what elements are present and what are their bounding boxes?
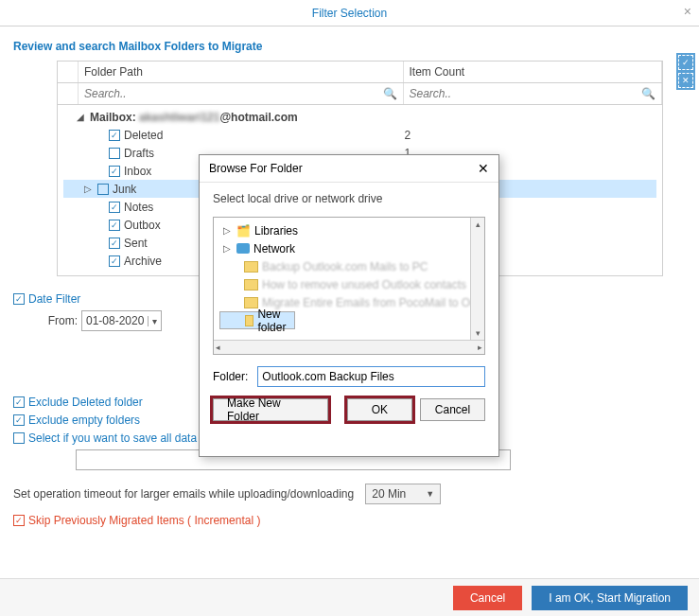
folder-browser-tree: ▷ 🗂️ Libraries ▷ Network Backup Outlook.… bbox=[213, 217, 485, 355]
col-header-count[interactable]: Item Count bbox=[404, 62, 663, 82]
horizontal-scrollbar[interactable]: ◂▸ bbox=[214, 340, 484, 354]
mailbox-label-prefix: Mailbox: bbox=[90, 111, 139, 124]
vertical-scrollbar[interactable]: ▴▾ bbox=[470, 218, 484, 340]
folder-icon bbox=[244, 279, 258, 290]
folder-label: Inbox bbox=[124, 165, 151, 178]
save-all-label: Select if you want to save all data i bbox=[28, 431, 202, 445]
tree-label: Backup Outlook.com Mails to PC bbox=[262, 260, 428, 273]
tree-label: Libraries bbox=[254, 224, 298, 238]
folder-name-input[interactable] bbox=[257, 366, 485, 387]
skip-prev-checkbox[interactable]: ✓ bbox=[13, 515, 25, 526]
mailbox-account-suffix: @hotmail.com bbox=[219, 111, 297, 124]
mailbox-account-blur: akashtiwari121 bbox=[139, 111, 219, 124]
make-new-folder-button[interactable]: Make New Folder bbox=[213, 398, 328, 421]
search-item-count[interactable] bbox=[404, 83, 637, 104]
folder-checkbox[interactable]: ✓ bbox=[109, 202, 120, 213]
folder-checkbox[interactable]: ✓ bbox=[97, 184, 109, 195]
folder-field-label: Folder: bbox=[213, 370, 248, 383]
folder-label: Archive bbox=[124, 255, 162, 268]
folder-label: Sent bbox=[124, 237, 148, 250]
expand-collapse-icon[interactable]: ▷ bbox=[84, 184, 94, 194]
tree-item-folder[interactable]: How to remove unused Outlook contacts bbox=[219, 275, 479, 293]
tree-label: Migrate Entire Emails from PocoMail to O… bbox=[262, 296, 477, 309]
date-from-input[interactable]: 01-08-2020 ▾ bbox=[81, 310, 162, 331]
chevron-down-icon: ▼ bbox=[426, 489, 434, 499]
col-header-path[interactable]: Folder Path bbox=[79, 62, 404, 82]
page-heading: Review and search Mailbox Folders to Mig… bbox=[13, 40, 686, 53]
tree-item-folder[interactable]: New folder bbox=[219, 311, 295, 329]
folder-icon bbox=[245, 315, 253, 326]
date-from-value: 01-08-2020 bbox=[86, 314, 144, 327]
exclude-empty-checkbox[interactable]: ✓ bbox=[13, 414, 25, 426]
folder-label: Junk bbox=[113, 183, 136, 196]
skip-prev-label: Skip Previously Migrated Items ( Increme… bbox=[28, 514, 260, 527]
cancel-button[interactable]: Cancel bbox=[453, 586, 522, 610]
timeout-select[interactable]: 20 Min ▼ bbox=[365, 484, 441, 504]
tree-label: How to remove unused Outlook contacts bbox=[262, 278, 466, 291]
folder-row[interactable]: ✓Deleted 2 bbox=[63, 126, 656, 144]
folder-label: Notes bbox=[124, 201, 153, 214]
start-migration-button[interactable]: I am OK, Start Migration bbox=[532, 586, 688, 610]
window-title: Filter Selection bbox=[312, 7, 387, 20]
search-icon[interactable]: 🔍 bbox=[636, 87, 661, 100]
expand-icon[interactable]: ▷ bbox=[223, 243, 233, 254]
folder-icon bbox=[244, 261, 258, 273]
network-icon bbox=[236, 243, 250, 254]
tree-item-folder[interactable]: Backup Outlook.com Mails to PC bbox=[219, 257, 479, 275]
footer-bar: Cancel I am OK, Start Migration bbox=[0, 578, 699, 616]
libraries-icon: 🗂️ bbox=[236, 224, 251, 238]
folder-label: Outbox bbox=[124, 219, 161, 232]
timeout-value: 20 Min bbox=[372, 487, 406, 501]
cancel-button[interactable]: Cancel bbox=[420, 398, 485, 421]
date-filter-label: Date Filter bbox=[28, 292, 80, 306]
from-label: From: bbox=[47, 314, 78, 327]
search-folder-path[interactable] bbox=[79, 83, 377, 104]
folder-checkbox[interactable]: ✓ bbox=[109, 220, 120, 231]
folder-checkbox[interactable]: ✓ bbox=[109, 238, 120, 249]
select-all-buttons: ✓ ✕ bbox=[676, 53, 695, 90]
expand-collapse-icon[interactable]: ◢ bbox=[77, 112, 86, 122]
folder-count: 2 bbox=[405, 129, 657, 142]
ok-button[interactable]: OK bbox=[347, 398, 412, 421]
close-icon[interactable]: × bbox=[684, 4, 691, 19]
folder-label: Deleted bbox=[124, 129, 163, 142]
dialog-title: Browse For Folder bbox=[209, 162, 303, 175]
tree-label: Network bbox=[253, 242, 295, 255]
folder-checkbox[interactable]: ✓ bbox=[109, 148, 120, 159]
timeout-label: Set operation timeout for larger emails … bbox=[13, 487, 354, 501]
select-all-icon[interactable]: ✓ bbox=[678, 55, 693, 70]
calendar-dropdown-icon[interactable]: ▾ bbox=[148, 316, 157, 326]
expand-icon[interactable]: ▷ bbox=[223, 225, 233, 236]
deselect-all-icon[interactable]: ✕ bbox=[678, 73, 693, 88]
dialog-close-icon[interactable]: ✕ bbox=[478, 161, 489, 176]
exclude-deleted-checkbox[interactable]: ✓ bbox=[13, 396, 25, 408]
folder-label: Drafts bbox=[124, 147, 154, 160]
exclude-deleted-label: Exclude Deleted folder bbox=[28, 396, 143, 409]
tree-item-network[interactable]: ▷ Network bbox=[219, 239, 479, 257]
folder-checkbox[interactable]: ✓ bbox=[109, 255, 120, 267]
browse-for-folder-dialog: Browse For Folder ✕ Select local drive o… bbox=[199, 154, 499, 457]
dialog-description: Select local drive or network drive bbox=[213, 192, 485, 205]
folder-icon bbox=[244, 297, 258, 308]
tree-label: New folder bbox=[257, 308, 288, 334]
tree-item-libraries[interactable]: ▷ 🗂️ Libraries bbox=[219, 221, 479, 239]
folder-checkbox[interactable]: ✓ bbox=[109, 130, 120, 141]
exclude-empty-label: Exclude empty folders bbox=[28, 414, 140, 427]
folder-checkbox[interactable]: ✓ bbox=[109, 166, 120, 177]
folder-row-mailbox[interactable]: ◢ Mailbox: akashtiwari121@hotmail.com bbox=[63, 108, 656, 126]
titlebar: Filter Selection × bbox=[0, 0, 699, 26]
search-icon[interactable]: 🔍 bbox=[377, 87, 403, 100]
save-all-checkbox[interactable]: ✓ bbox=[13, 432, 25, 444]
date-filter-checkbox[interactable]: ✓ bbox=[13, 293, 25, 305]
